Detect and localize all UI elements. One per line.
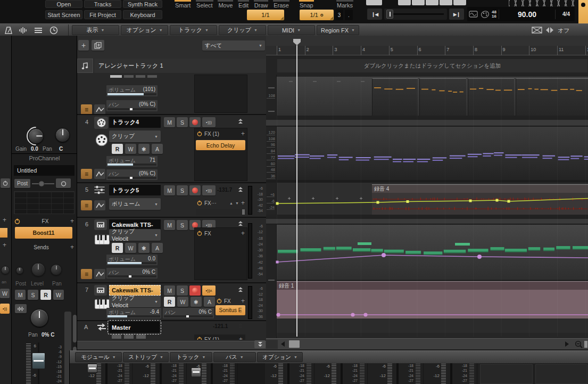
track4-record-arm[interactable]: [189, 117, 201, 127]
track7-volume[interactable]: ボリューム-9.4: [106, 308, 161, 318]
console-strip[interactable]: -6-12-18-21-24-27: [429, 363, 478, 384]
open-button[interactable]: Open: [45, 0, 82, 8]
fx-power-icon[interactable]: [217, 298, 222, 304]
pan-control[interactable]: パン(0% C): [106, 100, 158, 111]
prochannel-header[interactable]: ProChannel: [12, 155, 77, 161]
midi-clip[interactable]: [516, 78, 588, 116]
slider-thumb[interactable]: [386, 10, 393, 19]
menu-track[interactable]: トラック▼: [170, 25, 217, 35]
track7-mute[interactable]: M: [164, 285, 175, 296]
audio-clip-rec1-selected[interactable]: 録音 1: [277, 281, 588, 318]
transport-button[interactable]: [426, 0, 438, 5]
track4-volume[interactable]: ボリューム71: [106, 156, 158, 167]
track5-record-arm[interactable]: [189, 185, 201, 195]
clipped-button[interactable]: [136, 75, 145, 78]
track5-name[interactable]: トラック5: [109, 185, 161, 195]
tool-select[interactable]: Select: [196, 0, 213, 9]
transport-button[interactable]: [412, 0, 425, 5]
lane-track7-tail[interactable]: [277, 318, 588, 333]
send-post-knob[interactable]: [16, 267, 23, 274]
tempo-display[interactable]: 90.00: [501, 10, 553, 19]
add-send-button[interactable]: +: [70, 243, 74, 251]
transport-position-slider[interactable]: [384, 9, 447, 20]
menu-options[interactable]: オプション▼: [121, 25, 168, 35]
console-strip[interactable]: -6-12-18-21-24-27: [266, 363, 315, 384]
track7-solo[interactable]: S: [177, 285, 188, 296]
eq-plot[interactable]: [14, 191, 74, 214]
automation-lane-button[interactable]: ≡: [81, 169, 92, 179]
waveform-preview-button[interactable]: [15, 304, 27, 313]
arranger-track-label[interactable]: アレンジャートラック 1: [94, 59, 266, 73]
midi-din-icon-large[interactable]: [94, 133, 109, 147]
write-automation-button[interactable]: W: [53, 290, 64, 300]
fit-project-button[interactable]: Fit Project: [84, 10, 121, 19]
automation-node-button[interactable]: [94, 200, 105, 210]
console-menu-modules[interactable]: モジュール▼: [75, 352, 122, 362]
snap-label[interactable]: Snap: [299, 0, 314, 9]
track5-mute[interactable]: M: [164, 185, 175, 195]
mute-button[interactable]: M: [15, 290, 26, 300]
console-menu-strips[interactable]: ストリップ▼: [123, 352, 169, 362]
track4-solo[interactable]: S: [177, 117, 188, 127]
prochannel-preset-field[interactable]: Untitled: [14, 165, 74, 176]
clipped-button[interactable]: [147, 75, 157, 78]
lane-master[interactable]: [277, 333, 588, 338]
draw-resolution-dropdown[interactable]: 1/1: [247, 10, 284, 20]
expand-lanes-button[interactable]: [254, 340, 266, 348]
console-menu-buses[interactable]: バス▼: [213, 352, 256, 362]
track4-write-automation[interactable]: W: [125, 144, 136, 154]
console-strip[interactable]: -6-12-18-21-24-27: [319, 363, 368, 384]
knob-slider-icon[interactable]: [32, 180, 54, 187]
track6-collapse[interactable]: [238, 221, 243, 226]
post-button[interactable]: Post: [14, 179, 30, 188]
master-collapse[interactable]: [238, 323, 243, 328]
track7-read-automation[interactable]: R: [164, 297, 175, 307]
track4-read-automation[interactable]: R: [112, 144, 123, 154]
track6-archive[interactable]: A: [152, 243, 163, 253]
piano-keyboard-icon[interactable]: [94, 233, 110, 248]
clipped-button[interactable]: [136, 334, 146, 339]
automation-node-button[interactable]: [94, 269, 105, 279]
duplicate-track-button[interactable]: [92, 40, 104, 51]
scrollbar-thumb[interactable]: [289, 340, 300, 348]
pan-knob[interactable]: [55, 128, 70, 142]
synth-module-icon[interactable]: [94, 285, 107, 296]
color-palette-icon[interactable]: [479, 10, 491, 18]
tracks-button[interactable]: Tracks: [84, 0, 121, 8]
fx-scroll-track[interactable]: [196, 209, 245, 215]
menu-midi[interactable]: MIDI▼: [268, 25, 315, 35]
track5-input-echo[interactable]: •))): [202, 185, 216, 195]
track6-display-dropdown[interactable]: クリップ Velocit▼: [109, 229, 161, 241]
clipped-button[interactable]: [124, 75, 134, 78]
region-fx-off-label[interactable]: オフ: [558, 27, 570, 35]
tool-smart[interactable]: Smart: [175, 0, 191, 9]
track4-pan[interactable]: パン(0% C): [106, 169, 158, 180]
menu-region-fx[interactable]: Region FX▼: [317, 25, 359, 35]
fx-power-icon[interactable]: [14, 218, 20, 224]
marks-label[interactable]: Marks: [336, 0, 353, 9]
start-screen-button[interactable]: Start Screen: [45, 10, 82, 19]
synth-rack-button[interactable]: Synth Rack: [123, 0, 162, 8]
add-fx-button[interactable]: +: [241, 130, 245, 137]
track7-input-echo-auto[interactable]: •))A: [202, 285, 216, 296]
metronome-logo-icon[interactable]: [2, 25, 15, 35]
envelope-crossfade-icon[interactable]: [530, 25, 543, 35]
strip-fader-handle[interactable]: [191, 367, 201, 377]
send-pan-knob[interactable]: [51, 264, 62, 275]
time-signature-display[interactable]: 4/4: [558, 11, 575, 17]
scroll-left-arrow[interactable]: [281, 341, 285, 347]
add-fx-button[interactable]: +: [241, 199, 245, 207]
write-button[interactable]: W: [0, 289, 10, 298]
track4-collapse[interactable]: [238, 119, 243, 124]
strip-fader-handle[interactable]: [87, 364, 97, 373]
track4-display-dropdown[interactable]: クリップ▼: [109, 130, 161, 142]
tool-edit[interactable]: Edit: [238, 0, 249, 9]
console-strip[interactable]: -6-12-18-21-24-27: [189, 363, 238, 384]
solo-button[interactable]: S: [28, 290, 38, 300]
horizontal-scrollbar[interactable]: [266, 338, 588, 349]
transport-button[interactable]: [366, 0, 382, 5]
master-fx-bin-clipped[interactable]: FX (1)+: [194, 334, 245, 340]
audio-sliders-icon[interactable]: [94, 185, 105, 195]
midi-clip[interactable]: [419, 78, 466, 116]
tool-draw[interactable]: Draw: [254, 0, 269, 9]
